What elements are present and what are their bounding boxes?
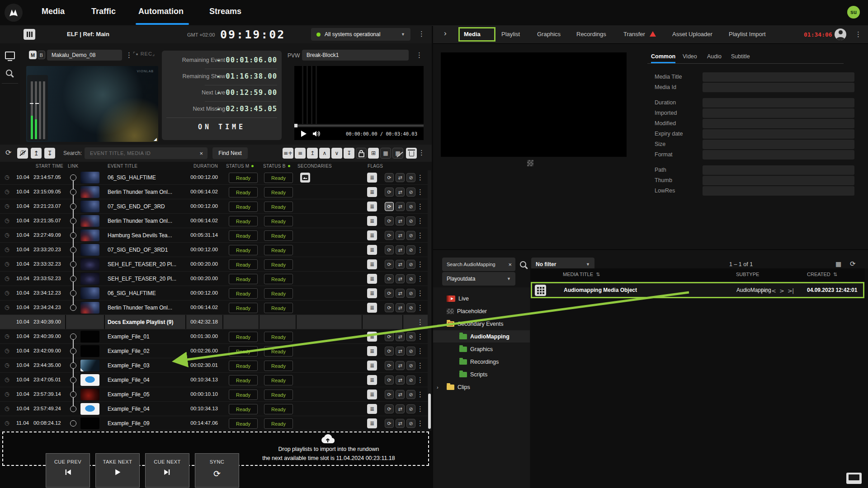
tree-item-clips[interactable]: ›Clips [433, 381, 542, 393]
link-circle[interactable] [70, 420, 76, 427]
jump-top-button[interactable]: ↥ [31, 148, 42, 159]
flag-swap-button[interactable]: ⇄ [396, 188, 405, 197]
flag-disabled-button[interactable]: ⊘ [406, 245, 415, 254]
pgm-kebab-menu[interactable]: ⋮ [126, 52, 132, 58]
tree-item-placeholder[interactable]: Placeholder [433, 305, 542, 317]
link-circle[interactable] [70, 247, 76, 253]
flag-loop-button[interactable]: ⟳ [385, 231, 394, 240]
person-icon[interactable] [835, 28, 846, 40]
move-bottom-button[interactable]: ↧ [344, 148, 354, 159]
play-icon[interactable] [301, 131, 307, 137]
transport-cue-prev-button[interactable]: CUE PREV [46, 453, 90, 488]
keypad-button[interactable]: ⊞ [368, 148, 379, 159]
flag-swap-button[interactable]: ⇄ [396, 231, 405, 240]
flag-list-button[interactable]: ≣ [367, 346, 377, 356]
event-thumbnail[interactable] [80, 244, 99, 256]
row-kebab-menu[interactable]: ⋮ [417, 275, 424, 282]
flag-swap-button[interactable]: ⇄ [396, 173, 405, 182]
col-created[interactable]: CREATED⇅ [807, 272, 837, 277]
column-header-link[interactable]: LINK [68, 164, 78, 169]
column-header-flags[interactable]: FLAGS [368, 164, 383, 169]
flag-loop-button[interactable]: ⟳ [385, 404, 394, 413]
flag-loop-button[interactable]: ⟳ [385, 361, 394, 370]
film-button[interactable]: ▦ [380, 148, 391, 159]
film-off-button[interactable]: ▦ [392, 148, 403, 159]
row-kebab-menu[interactable]: ⋮ [417, 420, 424, 427]
flag-loop-button[interactable]: ⟳ [385, 274, 394, 283]
flag-list-button[interactable]: ≣ [367, 202, 377, 211]
media-search-icon-button[interactable] [520, 261, 526, 269]
column-header-status-b[interactable]: STATUS B [263, 164, 290, 169]
flag-list-button[interactable]: ≣ [367, 259, 377, 269]
flag-swap-button[interactable]: ⇄ [396, 303, 405, 312]
flag-swap-button[interactable]: ⇄ [396, 260, 405, 269]
event-thumbnail[interactable] [80, 302, 99, 314]
rundown-row[interactable]: ◷10.0423:33:52.23SEH_ELF_TEASER_20 Pl...… [0, 272, 428, 286]
link-circle[interactable] [70, 290, 76, 296]
pgm-mode-b-button[interactable]: B [38, 51, 45, 59]
flag-loop-button[interactable]: ⟳ [385, 375, 394, 385]
field-input-imported[interactable] [703, 108, 854, 118]
link-circle[interactable] [70, 218, 76, 224]
link-circle[interactable] [70, 261, 76, 267]
flag-disabled-button[interactable]: ⊘ [406, 188, 415, 197]
field-input-media-title[interactable] [703, 72, 854, 82]
row-kebab-menu[interactable]: ⋮ [417, 232, 424, 239]
rundown-row[interactable]: ◷10.0423:14:57.0506_SIG_HALFTIME00:00:12… [0, 170, 428, 185]
flag-loop-button[interactable]: ⟳ [385, 188, 394, 197]
list-button[interactable]: ≡ [295, 148, 306, 159]
flag-disabled-button[interactable]: ⊘ [406, 303, 415, 312]
find-next-button[interactable]: Find Next [212, 147, 248, 159]
nav-tab-media[interactable]: Media [42, 7, 65, 16]
flag-list-button[interactable]: ≣ [367, 375, 377, 385]
monitor-view-button[interactable] [5, 52, 15, 61]
row-kebab-menu[interactable]: ⋮ [417, 304, 424, 311]
volume-icon[interactable] [313, 131, 321, 137]
event-thumbnail[interactable] [80, 360, 99, 371]
presentation-view-button[interactable] [846, 473, 862, 484]
flag-loop-button[interactable]: ⟳ [385, 260, 394, 269]
pvw-kebab-menu[interactable]: ⋮ [416, 52, 423, 58]
media-panel-tab-transfer[interactable]: Transfer [623, 31, 645, 38]
nav-tab-streams[interactable]: Streams [209, 7, 241, 16]
row-kebab-menu[interactable]: ⋮ [417, 261, 424, 267]
link-circle[interactable] [70, 305, 76, 311]
event-thumbnail[interactable] [80, 345, 99, 357]
flag-list-button[interactable]: ≣ [367, 288, 377, 298]
pgm-mode-m-button[interactable]: M [29, 51, 37, 59]
row-kebab-menu[interactable]: ⋮ [417, 362, 424, 369]
details-tab-common[interactable]: Common [651, 53, 675, 60]
flag-swap-button[interactable]: ⇄ [396, 274, 405, 283]
link-circle[interactable] [70, 333, 76, 340]
details-tab-audio[interactable]: Audio [707, 53, 722, 60]
pvw-channel-input[interactable]: Break-Block1 [302, 50, 409, 61]
field-input-thumb[interactable] [703, 176, 854, 185]
link-circle[interactable] [70, 276, 76, 282]
row-kebab-menu[interactable]: ⋮ [417, 376, 424, 383]
link-circle[interactable] [70, 189, 76, 195]
event-thumbnail[interactable] [80, 230, 99, 241]
flag-disabled-button[interactable]: ⊘ [406, 375, 415, 385]
flag-list-button[interactable]: ≣ [367, 303, 377, 313]
row-kebab-menu[interactable]: ⋮ [417, 391, 424, 398]
clear-search-icon[interactable]: × [199, 150, 203, 157]
rec-button[interactable]: ⌜● REC⌟ [133, 51, 155, 57]
flag-swap-button[interactable]: ⇄ [396, 202, 405, 211]
row-kebab-menu[interactable]: ⋮ [417, 246, 424, 253]
row-kebab-menu[interactable]: ⋮ [417, 174, 424, 181]
pvw-video-preview[interactable] [294, 66, 424, 124]
row-kebab-menu[interactable]: ⋮ [417, 405, 424, 412]
flag-swap-button[interactable]: ⇄ [396, 404, 405, 413]
rundown-row[interactable]: ◷10.0423:57:49.24Example_File_0400:10:34… [0, 402, 428, 416]
row-kebab-menu[interactable]: ⋮ [417, 290, 424, 296]
media-search-input[interactable] [446, 261, 508, 267]
pgm-fullscreen-icon[interactable]: ◢ [154, 137, 157, 141]
rundown-row[interactable]: ◷10.0423:21:23.0707_SIG_END_OF_3RD00:00:… [0, 199, 428, 214]
flag-list-button[interactable]: ≣ [367, 274, 377, 284]
chevron-right-icon[interactable]: › [437, 385, 439, 390]
flag-disabled-button[interactable]: ⊘ [406, 289, 415, 298]
rundown-row[interactable]: ◷10.0423:15:09.05Berlin Thunder Team Onl… [0, 185, 428, 199]
system-status-dropdown[interactable]: All systems operational ▼ [311, 28, 410, 41]
timer-off-button[interactable]: ◷ [17, 148, 28, 159]
toolbar-kebab-menu[interactable]: ⋮ [418, 149, 425, 156]
